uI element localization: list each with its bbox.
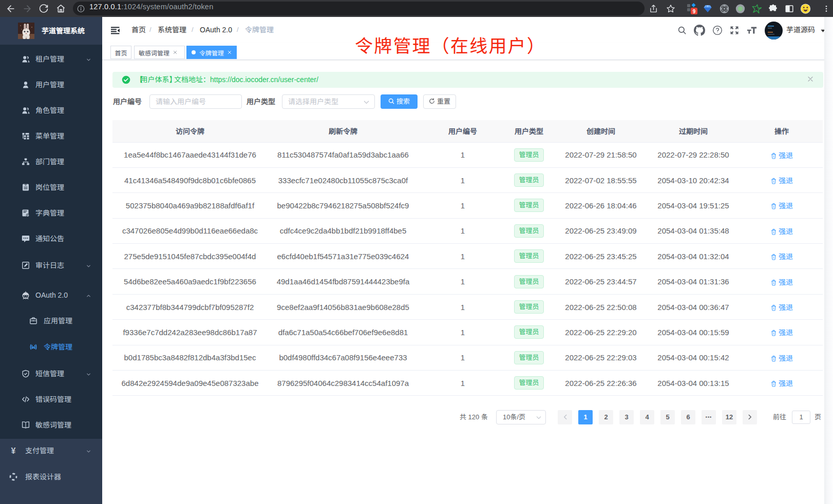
svg-text:9: 9 <box>693 8 696 14</box>
svg-text:a: a <box>32 345 35 350</box>
svg-text:¥: ¥ <box>11 447 16 455</box>
